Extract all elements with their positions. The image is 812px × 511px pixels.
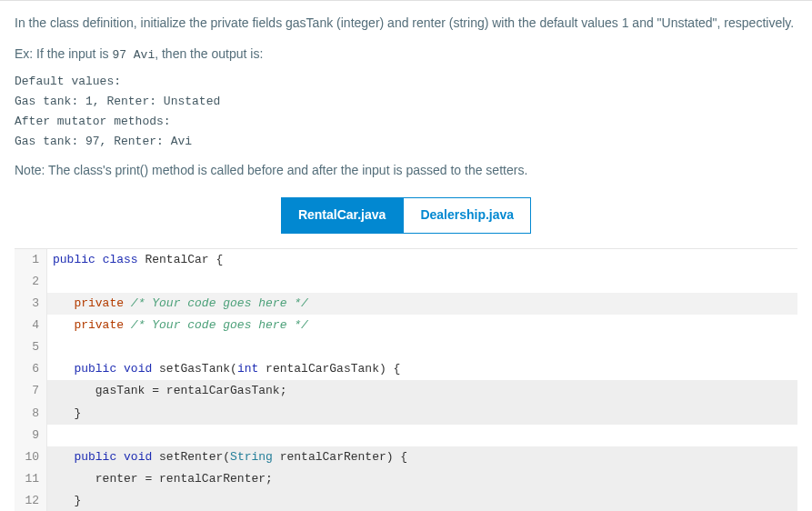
param-name: rentalCarRenter [280, 450, 386, 464]
code-line: 5 [15, 336, 797, 358]
field-name: gasTank [95, 384, 145, 397]
example-prefix: Ex: If the input is [15, 46, 112, 61]
note-text: Note: The class's print() method is call… [15, 161, 797, 181]
line-number: 4 [15, 315, 47, 336]
line-number: 8 [15, 403, 47, 425]
code-line: 3 private /* Your code goes here */ [15, 293, 797, 315]
method-name: setRenter [159, 450, 223, 464]
code-line: 9 [15, 425, 797, 446]
code-content[interactable]: renter = rentalCarRenter; [47, 468, 797, 490]
line-number: 2 [15, 271, 47, 293]
code-line: 1 public class RentalCar { [15, 249, 797, 271]
method-name: setGasTank [159, 362, 230, 376]
line-number: 6 [15, 358, 47, 380]
tab-dealership[interactable]: Dealership.java [403, 197, 531, 234]
kw-void: void [124, 362, 152, 376]
code-line: 10 public void setRenter(String rentalCa… [15, 446, 797, 468]
code-content[interactable]: public void setGasTank(int rentalCarGasT… [47, 358, 797, 380]
param-name: rentalCarGasTank [266, 362, 379, 376]
line-number: 3 [15, 293, 47, 315]
example-label: Ex: If the input is 97 Avi, then the out… [15, 45, 797, 65]
kw-public: public [53, 253, 95, 266]
code-line: 7 gasTank = rentalCarGasTank; [15, 380, 797, 402]
code-content[interactable]: public void setRenter(String rentalCarRe… [47, 446, 797, 468]
line-number: 9 [15, 425, 47, 446]
line-number: 1 [15, 249, 47, 271]
code-line: 4 private /* Your code goes here */ [15, 315, 797, 336]
placeholder-comment: /* Your code goes here */ [131, 318, 308, 332]
line-number: 11 [15, 468, 47, 490]
type-string: String [230, 450, 273, 464]
code-content[interactable]: gasTank = rentalCarGasTank; [47, 380, 797, 402]
problem-prompt: In the class definition, initialize the … [15, 14, 797, 34]
placeholder-comment: /* Your code goes here */ [131, 296, 308, 310]
code-content[interactable] [47, 336, 797, 358]
code-line: 8 } [15, 403, 797, 425]
code-line: 2 [15, 271, 797, 293]
kw-void: void [124, 450, 152, 464]
line-number: 10 [15, 446, 47, 468]
example-suffix: , then the output is: [155, 46, 263, 61]
code-line: 11 renter = rentalCarRenter; [15, 468, 797, 490]
kw-private: private [74, 318, 124, 332]
sample-output: Default values: Gas tank: 1, Renter: Uns… [15, 72, 797, 152]
code-content[interactable]: private /* Your code goes here */ [47, 315, 797, 336]
code-line: 12 } [15, 490, 797, 511]
kw-public: public [74, 450, 116, 464]
code-content[interactable]: public class RentalCar { [47, 249, 797, 271]
kw-int: int [237, 362, 258, 376]
line-number: 7 [15, 380, 47, 402]
code-content[interactable]: } [47, 490, 797, 511]
line-number: 12 [15, 490, 47, 511]
line-number: 5 [15, 336, 47, 358]
code-content[interactable]: private /* Your code goes here */ [47, 293, 797, 315]
kw-class: class [103, 253, 138, 266]
field-name: renter [95, 472, 138, 486]
file-tabs: RentalCar.java Dealership.java [15, 197, 797, 234]
example-input: 97 Avi [112, 48, 155, 62]
kw-private: private [74, 296, 124, 310]
code-content[interactable] [47, 425, 797, 446]
kw-public: public [74, 362, 116, 376]
code-content[interactable] [47, 271, 797, 293]
class-name: RentalCar [145, 253, 208, 266]
tab-rentalcar[interactable]: RentalCar.java [281, 197, 404, 234]
param-name: rentalCarGasTank [166, 384, 280, 397]
param-name: rentalCarRenter [159, 472, 266, 486]
code-content[interactable]: } [47, 403, 797, 425]
code-editor[interactable]: 1 public class RentalCar { 2 3 private /… [15, 248, 797, 511]
code-line: 6 public void setGasTank(int rentalCarGa… [15, 358, 797, 380]
